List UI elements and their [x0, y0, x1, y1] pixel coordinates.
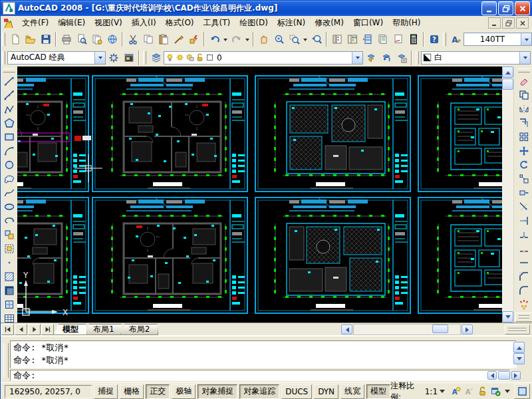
scroll-up-icon[interactable]: [502, 66, 513, 78]
tray-settings-icon[interactable]: [490, 386, 501, 397]
text-style-combo[interactable]: 140TT: [464, 33, 532, 46]
make-layer-current-icon[interactable]: [363, 50, 378, 65]
mirror-icon[interactable]: [517, 102, 531, 116]
tab-next-button[interactable]: [28, 324, 41, 335]
break-at-point-icon[interactable]: [517, 227, 531, 241]
command-scroll-left-icon[interactable]: [487, 371, 497, 380]
toggle-对象追踪[interactable]: 对象追踪: [239, 384, 279, 399]
menu-视图V[interactable]: 视图(V): [90, 17, 127, 29]
spline-icon[interactable]: [2, 186, 17, 200]
toggle-对象捕捉[interactable]: 对象捕捉: [198, 384, 237, 399]
toolbar-lock-icon[interactable]: [477, 386, 488, 397]
fillet-icon[interactable]: [517, 283, 531, 297]
tab-prev-button[interactable]: [15, 324, 27, 335]
explode-icon[interactable]: [517, 297, 531, 311]
new-file-icon[interactable]: [7, 32, 23, 47]
command-window-grip[interactable]: [3, 343, 9, 378]
command-scrollbar[interactable]: [513, 342, 525, 366]
workspace-combo[interactable]: AutoCAD 经典: [7, 51, 106, 65]
dwf-icon[interactable]: [104, 32, 120, 47]
markup-manager-icon[interactable]: [390, 32, 406, 47]
toggle-模型[interactable]: 模型: [366, 384, 390, 399]
match-properties-icon[interactable]: [171, 32, 186, 47]
scroll-down-icon[interactable]: [502, 311, 513, 323]
chamfer-icon[interactable]: [517, 269, 531, 283]
trim-icon[interactable]: [517, 200, 531, 213]
command-history[interactable]: 命令: *取消*命令: *取消*: [10, 340, 517, 368]
gradient-icon[interactable]: [2, 283, 17, 297]
unlock-icon[interactable]: [196, 53, 204, 62]
annotation-scale-dropdown-icon[interactable]: [440, 390, 445, 396]
command-window-resize-grip[interactable]: [505, 325, 530, 334]
command-scroll-down-icon[interactable]: [513, 353, 525, 364]
open-file-icon[interactable]: [23, 32, 38, 47]
scroll-right-icon[interactable]: [462, 325, 473, 334]
quickcalc-icon[interactable]: [406, 32, 421, 47]
line-icon[interactable]: [2, 74, 17, 88]
restore-button[interactable]: [498, 1, 513, 15]
menu-插入I[interactable]: 插入(I): [127, 17, 161, 29]
text-style-dropdown-icon[interactable]: [521, 33, 531, 45]
layer-states-icon[interactable]: [394, 50, 409, 65]
hatch-icon[interactable]: [2, 269, 17, 283]
annotation-visibility-icon[interactable]: A: [450, 386, 462, 397]
copy-object-icon[interactable]: [517, 88, 531, 102]
circle-icon[interactable]: [2, 158, 17, 172]
layer-color-swatch-icon[interactable]: [205, 53, 214, 62]
copy-icon[interactable]: [140, 32, 156, 47]
horizontal-scroll-track[interactable]: [353, 324, 461, 335]
toggle-极轴[interactable]: 极轴: [172, 384, 196, 399]
polygon-icon[interactable]: [2, 116, 17, 130]
polyline-icon[interactable]: [2, 102, 17, 116]
command-h-scroll-thumb[interactable]: [498, 371, 510, 380]
viewport-freeze-icon[interactable]: [186, 53, 194, 62]
layer-properties-icon[interactable]: [148, 50, 164, 65]
zoom-previous-icon[interactable]: [309, 32, 324, 47]
designcenter-icon[interactable]: [344, 32, 360, 47]
menu-工具T[interactable]: 工具(T): [199, 17, 235, 29]
undo-dropdown-icon[interactable]: [222, 32, 229, 47]
color-combo[interactable]: 白: [421, 51, 531, 65]
join-icon[interactable]: [517, 255, 531, 269]
annotation-autoscale-icon[interactable]: A: [464, 386, 475, 397]
paste-icon[interactable]: [156, 32, 171, 47]
tab-first-button[interactable]: [1, 324, 14, 335]
rotate-icon[interactable]: [517, 158, 531, 172]
toggle-DYN[interactable]: DYN: [314, 384, 338, 399]
toggle-栅格[interactable]: 栅格: [120, 384, 144, 399]
command-scroll-up-icon[interactable]: [513, 342, 525, 353]
save-icon[interactable]: [38, 32, 53, 47]
pan-icon[interactable]: [256, 32, 271, 47]
canvas-horizontal-scrollbar[interactable]: [341, 324, 473, 335]
menu-文件F[interactable]: 文件(F): [17, 17, 53, 29]
sheetset-manager-icon[interactable]: [375, 32, 390, 47]
drawing-canvas[interactable]: Y X: [17, 66, 502, 323]
toggle-DUCS[interactable]: DUCS: [281, 384, 312, 399]
sun-icon[interactable]: [176, 53, 184, 62]
ellipse-icon[interactable]: [2, 200, 17, 213]
close-button[interactable]: [515, 1, 530, 15]
break-icon[interactable]: [517, 241, 531, 255]
tab-last-button[interactable]: [41, 324, 54, 335]
insert-block-icon[interactable]: [2, 227, 17, 241]
construction-line-icon[interactable]: [2, 88, 17, 102]
layer-dropdown-icon[interactable]: [352, 52, 362, 64]
move-icon[interactable]: [517, 144, 531, 158]
toggle-捕捉[interactable]: 捕捉: [94, 384, 118, 399]
toggle-线宽[interactable]: 线宽: [340, 384, 364, 399]
workspace-settings-icon[interactable]: [106, 50, 121, 65]
command-h-scrollbar[interactable]: [487, 371, 521, 380]
model-space-background[interactable]: [17, 66, 502, 323]
plot-icon[interactable]: [59, 32, 74, 47]
menu-格式O[interactable]: 格式(O): [161, 17, 199, 29]
scroll-left-icon[interactable]: [341, 325, 352, 334]
zoom-realtime-icon[interactable]: [271, 32, 287, 47]
toolbar-grip[interactable]: [515, 313, 532, 322]
canvas-vertical-scrollbar[interactable]: [502, 66, 513, 323]
layer-combo[interactable]: 0: [164, 51, 363, 65]
command-scroll-right-icon[interactable]: [511, 371, 521, 380]
publish-icon[interactable]: [89, 32, 104, 47]
horizontal-scroll-thumb[interactable]: [432, 325, 448, 333]
doc-restore-button[interactable]: [502, 17, 515, 29]
workspace-dropdown-icon[interactable]: [94, 52, 105, 64]
